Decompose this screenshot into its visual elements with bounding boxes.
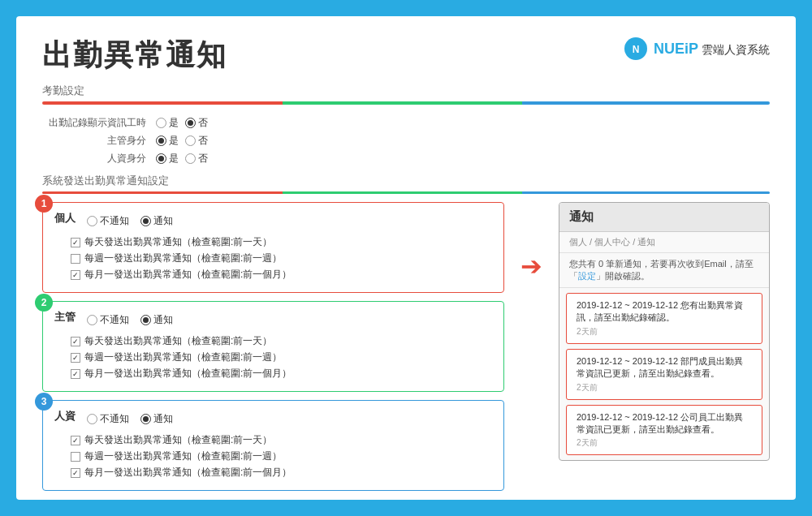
- g1-check2: 每週一發送出勤異常通知（檢查範圍:前一週）: [54, 252, 492, 265]
- divider1: [42, 101, 770, 105]
- group3-radio-notify[interactable]: 通知: [140, 412, 173, 426]
- g2-label-yes: 通知: [153, 313, 173, 327]
- g3-label-no: 不通知: [100, 412, 129, 426]
- g2-radio-no[interactable]: [87, 315, 97, 325]
- notification-panel: 通知 個人 / 個人中心 / 通知 您共有 0 筆新通知，若要再次收到Email…: [559, 202, 770, 461]
- radio-circle-personal-no[interactable]: [185, 118, 196, 128]
- section2-label: 系統發送出勤異常通知設定: [42, 174, 770, 188]
- g2-label-no: 不通知: [100, 313, 129, 327]
- radio-circle-manager-no[interactable]: [185, 135, 196, 146]
- g2-check3: 每月一發送出勤異常通知（檢查範圍:前一個月）: [54, 367, 492, 381]
- radio-hr-no[interactable]: 否: [185, 152, 208, 166]
- radio-circle-personal-yes[interactable]: [156, 118, 166, 128]
- group1-radio-notify[interactable]: 通知: [140, 214, 173, 228]
- radio-label-manager-no: 否: [198, 134, 208, 148]
- settings-left: 1 個人 不通知 通知 每天發送出勤異常通知（檢查範圍:前一天）: [42, 202, 504, 499]
- settings-area: 1 個人 不通知 通知 每天發送出勤異常通知（檢查範圍:前一天）: [42, 202, 770, 499]
- radio-circle-manager-yes[interactable]: [156, 135, 166, 146]
- g3-checkbox1[interactable]: [71, 436, 80, 445]
- g1-label-yes: 通知: [153, 214, 173, 228]
- g3-radio-no[interactable]: [87, 414, 97, 424]
- page-title: 出勤異常通知: [42, 36, 227, 75]
- g2-radio-yes[interactable]: [140, 315, 151, 325]
- radio-hr-yes[interactable]: 是: [156, 152, 179, 166]
- notif-item-1-text: 2019-12-12 ~ 2019-12-12 您有出勤異常資訊，請至出勤紀錄確…: [577, 299, 752, 325]
- group1-title-row: 個人 不通知 通知: [54, 211, 492, 230]
- logo-area: N NUEiP 雲端人資系統: [623, 36, 770, 62]
- g1-check3-label: 每月一發送出勤異常通知（檢查範圍:前一個月）: [84, 268, 292, 282]
- g3-checkbox2[interactable]: [71, 452, 80, 462]
- radio-manager-no[interactable]: 否: [185, 134, 208, 148]
- radio-group-hr: 是 否: [156, 152, 208, 166]
- group2-radio-notify[interactable]: 通知: [140, 313, 173, 327]
- g3-check3-label: 每月一發送出勤異常通知（檢查範圍:前一個月）: [84, 466, 292, 479]
- notif-item-3-text: 2019-12-12 ~ 2019-12-12 公司員工出勤異常資訊已更新，請至…: [577, 411, 752, 436]
- manager-label: 主管身分: [42, 134, 156, 148]
- nueip-logo-icon: N: [623, 36, 649, 62]
- main-card: 出勤異常通知 N NUEiP 雲端人資系統 考勤設定 出勤記錄顯示資訊工時 是: [16, 16, 796, 500]
- g2-check1: 每天發送出勤異常通知（檢查範圍:前一天）: [54, 334, 492, 348]
- notif-settings-link[interactable]: 設定: [578, 271, 596, 281]
- notify-group-1: 1 個人 不通知 通知 每天發送出勤異常通知（檢查範圍:前一天）: [42, 202, 504, 293]
- group2-title-row: 主管 不通知 通知: [54, 310, 492, 329]
- group2-title: 主管: [54, 310, 76, 325]
- radio-label-personal-yes: 是: [169, 116, 179, 130]
- radio-personal-no[interactable]: 否: [185, 116, 208, 130]
- notif-item-3: 2019-12-12 ~ 2019-12-12 公司員工出勤異常資訊已更新，請至…: [566, 405, 762, 456]
- hr-label: 人資身分: [42, 152, 156, 166]
- notify-group-2: 2 主管 不通知 通知 每天發送出勤異常通知（檢查範圍:前一天）: [42, 301, 504, 392]
- svg-text:N: N: [633, 44, 640, 55]
- right-arrow-icon: ➔: [520, 251, 542, 282]
- radio-label-hr-no: 否: [198, 152, 208, 166]
- radio-manager-yes[interactable]: 是: [156, 134, 179, 148]
- g3-radio-yes[interactable]: [140, 414, 151, 424]
- radio-label-personal-no: 否: [198, 116, 208, 130]
- g1-check1: 每天發送出勤異常通知（檢查範圍:前一天）: [54, 235, 492, 249]
- g3-check3: 每月一發送出勤異常通知（檢查範圍:前一個月）: [54, 466, 492, 479]
- header-row: 出勤異常通知 N NUEiP 雲端人資系統: [42, 36, 770, 75]
- radio-circle-hr-no[interactable]: [185, 153, 196, 164]
- notify-group-3: 3 人資 不通知 通知 每天發送出勤異常通知（檢查範圍:前一天）: [42, 400, 504, 491]
- logo-text: NUEiP 雲端人資系統: [654, 41, 770, 58]
- g2-checkbox1[interactable]: [71, 337, 80, 346]
- g3-check2: 每週一發送出勤異常通知（檢查範圍:前一週）: [54, 449, 492, 463]
- group3-title-row: 人資 不通知 通知: [54, 409, 492, 428]
- g2-check2: 每週一發送出勤異常通知（檢查範圍:前一週）: [54, 350, 492, 364]
- group-number-1: 1: [35, 195, 53, 213]
- group1-radio-no-notify[interactable]: 不通知: [87, 214, 129, 228]
- form-section: 出勤記錄顯示資訊工時 是 否 主管身分 是: [42, 116, 770, 166]
- radio-personal-yes[interactable]: 是: [156, 116, 179, 130]
- notif-item-1: 2019-12-12 ~ 2019-12-12 您有出勤異常資訊，請至出勤紀錄確…: [566, 293, 762, 344]
- g3-check1-label: 每天發送出勤異常通知（檢查範圍:前一天）: [84, 433, 272, 447]
- section1-label: 考勤設定: [42, 84, 770, 98]
- notif-breadcrumb: 個人 / 個人中心 / 通知: [559, 232, 769, 253]
- group3-radio-no-notify[interactable]: 不通知: [87, 412, 129, 426]
- radio-group-personal: 是 否: [156, 116, 208, 130]
- form-row-hr: 人資身分 是 否: [42, 152, 770, 166]
- radio-circle-hr-yes[interactable]: [156, 153, 166, 164]
- g3-checkbox3[interactable]: [71, 468, 80, 478]
- notif-item-2: 2019-12-12 ~ 2019-12-12 部門成員出勤異常資訊已更新，請至…: [566, 349, 762, 400]
- radio-group-manager: 是 否: [156, 134, 208, 148]
- notif-panel-title: 通知: [559, 203, 769, 232]
- radio-label-hr-yes: 是: [169, 152, 179, 166]
- g1-check2-label: 每週一發送出勤異常通知（檢查範圍:前一週）: [84, 252, 282, 265]
- g1-radio-no[interactable]: [87, 216, 97, 226]
- group3-title: 人資: [54, 409, 76, 424]
- form-field-label-row: 出勤記錄顯示資訊工時 是 否: [42, 116, 770, 130]
- group2-radio-no-notify[interactable]: 不通知: [87, 313, 129, 327]
- g1-checkbox3[interactable]: [71, 270, 80, 280]
- notif-item-1-time: 2天前: [577, 326, 752, 338]
- group-number-3: 3: [35, 393, 53, 411]
- g1-label-no: 不通知: [100, 214, 129, 228]
- g2-checkbox3[interactable]: [71, 369, 80, 379]
- group-number-2: 2: [35, 294, 53, 312]
- form-row-manager: 主管身分 是 否: [42, 134, 770, 148]
- notif-item-2-time: 2天前: [577, 382, 752, 393]
- g1-checkbox1[interactable]: [71, 238, 80, 247]
- g1-radio-yes[interactable]: [140, 216, 151, 226]
- g2-check3-label: 每月一發送出勤異常通知（檢查範圍:前一個月）: [84, 367, 292, 381]
- arrow-area: ➔: [520, 202, 542, 282]
- g2-checkbox2[interactable]: [71, 353, 80, 363]
- g1-checkbox2[interactable]: [71, 254, 80, 264]
